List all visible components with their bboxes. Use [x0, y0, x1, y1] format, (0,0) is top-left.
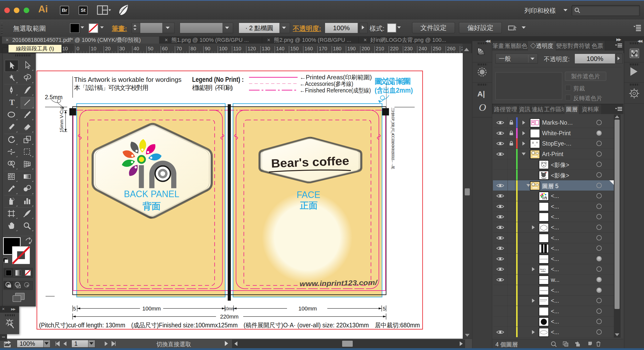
- svg-text:Bear's: Bear's: [540, 268, 546, 270]
- svg-text:www.inprint123.com/: www.inprint123.com/: [300, 278, 378, 288]
- svg-text:←Accessories(參考線): ←Accessories(參考線): [300, 81, 353, 87]
- svg-text:80: 80: [191, 46, 196, 51]
- svg-text:260: 260: [447, 46, 455, 51]
- svg-text:230: 230: [404, 46, 413, 51]
- svg-text:0: 0: [77, 46, 79, 51]
- svg-text:圖文設計範圍: 圖文設計範圍: [375, 77, 411, 85]
- svg-text:5: 5: [73, 306, 76, 311]
- svg-text:100mm: 100mm: [142, 305, 161, 312]
- svg-text:220: 220: [390, 46, 398, 51]
- svg-text:120: 120: [247, 46, 256, 51]
- svg-text:250: 250: [433, 46, 441, 51]
- svg-text:10: 10: [91, 46, 96, 51]
- svg-text:本「設計稿」可供文字校對用: 本「設計稿」可供文字校對用: [74, 84, 149, 91]
- svg-text:130: 130: [262, 46, 270, 51]
- svg-text:50: 50: [148, 46, 153, 51]
- svg-text:←Printed Areas(印刷範圍): ←Printed Areas(印刷範圍): [300, 74, 372, 81]
- svg-text:220mm: 220mm: [220, 313, 238, 320]
- svg-text:190: 190: [347, 46, 355, 51]
- svg-text:70: 70: [176, 46, 182, 51]
- svg-text:240: 240: [418, 46, 427, 51]
- svg-text:90: 90: [205, 46, 210, 51]
- svg-text:T: T: [9, 98, 15, 107]
- svg-text:Bear's coffee: Bear's coffee: [271, 154, 349, 170]
- svg-text:(Pitch尺寸)cut-off length: 130mm: (Pitch尺寸)cut-off length: 130mm (成品尺寸)Fin…: [39, 322, 420, 329]
- svg-text:背面: 背面: [142, 201, 161, 211]
- svg-text:←Finished Reference(成型線): ←Finished Reference(成型線): [300, 87, 371, 94]
- svg-text:110: 110: [233, 46, 241, 51]
- svg-text:coffee: coffee: [541, 270, 546, 272]
- svg-text:10: 10: [62, 46, 68, 51]
- svg-text:(含出血2mm): (含出血2mm): [375, 86, 413, 94]
- svg-text:三封鋏-DP_3SB_FC_4CC 2016-08-08 1: 三封鋏-DP_3SB_FC_4CC 2016-08-08 15:00 頭←→尾: [391, 108, 395, 169]
- svg-text:20: 20: [105, 46, 111, 51]
- svg-text:270: 270: [461, 46, 462, 51]
- svg-text:5: 5: [383, 306, 385, 311]
- svg-text:140: 140: [276, 46, 284, 51]
- svg-text:200: 200: [362, 46, 370, 51]
- svg-text:正面: 正面: [300, 200, 317, 210]
- svg-text:BACK PANEL: BACK PANEL: [124, 189, 179, 199]
- svg-text:Legend (No Print) :: Legend (No Print) :: [192, 76, 244, 83]
- svg-text:30: 30: [119, 46, 125, 51]
- svg-text:170: 170: [319, 46, 327, 51]
- svg-text:160: 160: [305, 46, 313, 51]
- svg-text:210: 210: [376, 46, 384, 51]
- svg-text:100mm: 100mm: [298, 305, 317, 312]
- svg-text:FACE: FACE: [297, 190, 320, 200]
- svg-text:100: 100: [219, 46, 227, 51]
- svg-text:60: 60: [162, 46, 168, 51]
- svg-text:150: 150: [290, 46, 299, 51]
- svg-text:40: 40: [133, 46, 139, 51]
- svg-text:This Artwork is workable for w: This Artwork is workable for wordings: [74, 76, 182, 83]
- svg-text:10mm: 10mm: [224, 306, 234, 311]
- svg-text:15mm V-Cut: 15mm V-Cut: [59, 107, 64, 132]
- svg-text:標線説明（不印刷）: 標線説明（不印刷）: [192, 84, 237, 91]
- svg-text:180: 180: [333, 46, 341, 51]
